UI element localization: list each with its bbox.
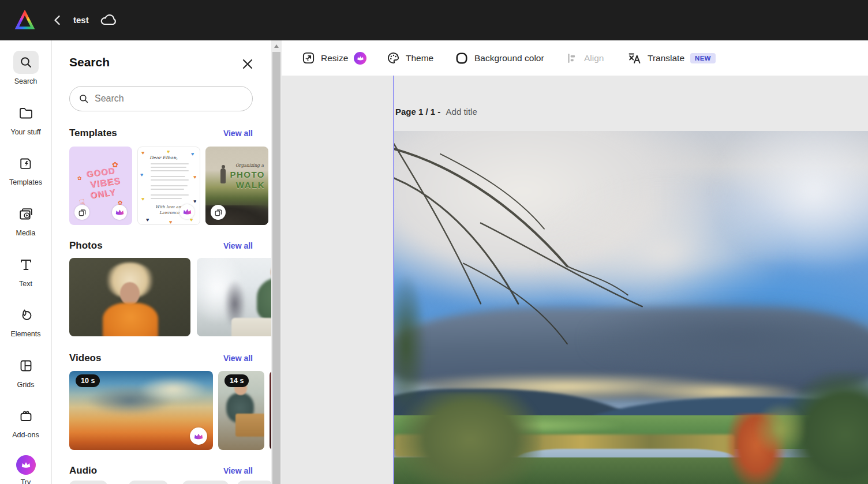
search-panel: Search Templates View all GOOD VIBES ONL… (53, 40, 271, 484)
sidebar-item-label: Search (14, 77, 38, 87)
scrollbar-up-arrow[interactable] (271, 43, 282, 50)
letter-salutation: Dear Ethan, (149, 155, 178, 160)
art-layer (220, 168, 226, 183)
page-number-label: Page 1 / 1 - (395, 107, 440, 117)
translate-label: Translate (648, 53, 684, 63)
canvas-workspace[interactable]: Page 1 / 1 - Add title (282, 76, 868, 484)
cloud-sync-icon[interactable] (99, 12, 119, 28)
sidebar-item-text[interactable]: Text (1, 253, 51, 289)
section-title: Photos (69, 240, 103, 252)
art-layer: ♥ (169, 220, 172, 225)
align-button[interactable]: Align (566, 40, 604, 76)
templates-row: GOOD VIBES ONLY ✿ ✿ ✿ ☟ ♥ ♥ ♥ ♥ ♥ (69, 147, 268, 225)
art-layer (151, 194, 189, 196)
text-icon (19, 258, 33, 272)
back-button[interactable] (51, 13, 63, 27)
sidebar-item-try-premium[interactable]: Try Premium (1, 455, 51, 484)
art-layer (754, 403, 806, 456)
sidebar-item-elements[interactable]: Elements (1, 303, 51, 339)
sidebar-item-media[interactable]: Media (1, 202, 51, 238)
photo-thumbnail-portrait[interactable] (69, 258, 190, 336)
template-card-photo-walk[interactable]: Organizing a PHOTO WALK (205, 147, 268, 225)
section-title: Templates (69, 127, 117, 139)
art-layer (151, 167, 186, 168)
scrollbar-thumb[interactable] (272, 52, 280, 484)
panel-scrollbar[interactable] (271, 40, 282, 484)
sidebar-item-label: Try Premium (6, 478, 46, 484)
multipage-icon (74, 205, 89, 220)
art-layer: ♥ (146, 217, 149, 223)
art-layer (139, 377, 208, 402)
templates-view-all-link[interactable]: View all (223, 129, 253, 138)
art-layer: ♥ (193, 199, 196, 204)
template-eyebrow: Organizing a (235, 163, 264, 168)
adobe-express-app: test Search Your stuff Templates (0, 0, 868, 484)
templates-section-header: Templates View all (69, 127, 253, 139)
videos-view-all-link[interactable]: View all (223, 354, 253, 363)
sidebar-item-search[interactable]: Search (1, 51, 51, 87)
add-title-placeholder[interactable]: Add title (446, 107, 477, 117)
close-panel-button[interactable] (241, 57, 255, 71)
art-layer (151, 163, 189, 164)
folder-icon (18, 106, 33, 120)
canvas-toolbar: Resize Theme Background color Align (282, 40, 868, 76)
new-badge: NEW (690, 53, 716, 63)
art-layer (151, 176, 185, 177)
art-layer: ✿ (112, 160, 118, 169)
sidebar-item-templates[interactable]: Templates (1, 152, 51, 187)
section-title: Videos (69, 352, 101, 364)
chevron-left-icon (54, 15, 61, 25)
adobe-express-logo-icon[interactable] (14, 9, 35, 30)
align-icon (566, 52, 578, 65)
audio-section-header: Audio View all (69, 465, 253, 477)
template-title: PHOTO (230, 170, 265, 179)
section-title: Audio (69, 465, 97, 477)
video-thumbnail-packing[interactable]: 14 s (218, 371, 264, 450)
theme-palette-icon (387, 51, 400, 65)
media-icon (18, 207, 33, 221)
top-bar: test (0, 0, 868, 40)
audio-item[interactable] (69, 481, 107, 484)
sidebar-item-grids[interactable]: Grids (1, 354, 51, 390)
multipage-icon (211, 205, 226, 220)
document-title[interactable]: test (73, 15, 89, 25)
art-layer: ♥ (141, 197, 144, 202)
grids-icon (19, 359, 33, 373)
photo-thumbnail-office[interactable] (197, 258, 271, 336)
search-input[interactable] (95, 93, 244, 104)
sidebar-item-your-stuff[interactable]: Your stuff (1, 102, 51, 137)
sidebar-item-add-ons[interactable]: Add-ons (1, 404, 51, 440)
art-layer (257, 277, 271, 321)
art-layer (151, 170, 189, 171)
art-layer: ♥ (140, 172, 143, 178)
audio-view-all-link[interactable]: View all (223, 466, 253, 475)
sidebar-item-label: Grids (17, 381, 35, 390)
art-layer (707, 131, 868, 279)
template-card-letter[interactable]: ♥ ♥ ♥ ♥ ♥ ♥ ♥ ♥ ♥ ♥ Dear Ethan, (137, 147, 200, 225)
art-layer (151, 185, 188, 186)
template-icon (19, 156, 33, 170)
art-layer (151, 189, 184, 190)
audio-item[interactable] (129, 481, 168, 484)
translate-button[interactable]: Translate NEW (628, 40, 716, 76)
template-card-good-vibes-only[interactable]: GOOD VIBES ONLY ✿ ✿ ✿ ☟ (69, 147, 132, 225)
photos-section-header: Photos View all (69, 240, 253, 252)
video-thumbnail-sunset[interactable]: 10 s (69, 371, 213, 450)
art-layer: ✿ (77, 175, 82, 181)
art-layer: ♥ (167, 149, 170, 155)
theme-button[interactable]: Theme (387, 40, 433, 76)
photos-view-all-link[interactable]: View all (223, 241, 253, 250)
art-layer (151, 198, 182, 199)
audio-item[interactable] (182, 481, 229, 484)
resize-button[interactable]: Resize (302, 40, 366, 76)
canvas-image-landscape[interactable] (394, 131, 868, 484)
sidebar-item-label: Templates (9, 178, 42, 187)
video-duration-badge: 14 s (225, 374, 249, 387)
premium-crown-icon (354, 52, 366, 65)
background-color-label: Background color (474, 53, 544, 63)
background-color-button[interactable]: Background color (455, 40, 544, 76)
audio-item[interactable] (237, 481, 271, 484)
sidebar-item-label: Text (19, 280, 32, 289)
art-layer: ♥ (141, 151, 144, 156)
sidebar-item-label: Add-ons (12, 431, 39, 440)
